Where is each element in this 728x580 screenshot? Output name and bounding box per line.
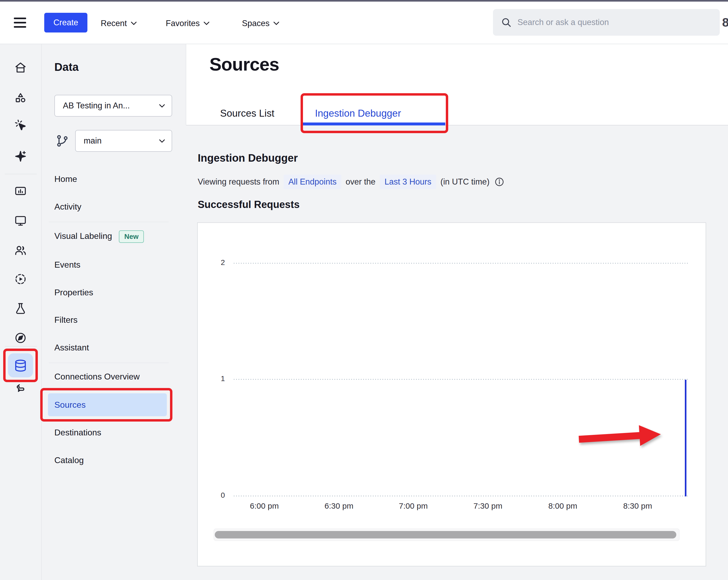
branch-selector-value: main	[84, 136, 102, 146]
y-tick-0: 0	[208, 491, 225, 500]
sidebar-item-visual-labeling[interactable]: Visual LabelingNew	[54, 225, 144, 247]
favorites-menu[interactable]: Favorites	[166, 18, 209, 29]
page-title: Sources	[209, 54, 279, 75]
chevron-down-icon	[204, 22, 209, 25]
create-button[interactable]: Create	[44, 13, 87, 32]
chart-horizontal-scrollbar	[214, 529, 679, 541]
clipped-edge-glyph: 8	[722, 14, 728, 32]
rail-divider	[5, 174, 37, 174]
successful-requests-chart: 2 1 0 6:00 pm 6:30 pm 7:00 pm 7:30 pm 8:…	[197, 222, 706, 567]
sidebar-item-destinations[interactable]: Destinations	[54, 422, 101, 443]
shapes-icon[interactable]	[15, 91, 27, 104]
time-range-chip[interactable]: Last 3 Hours	[380, 175, 436, 189]
x-tick-600pm: 6:00 pm	[242, 501, 287, 510]
project-selector[interactable]: AB Testing in An...	[54, 95, 172, 117]
sidebar-item-label: Sources	[54, 393, 85, 416]
chevron-down-icon	[131, 22, 137, 25]
journeys-icon[interactable]	[15, 383, 27, 395]
endpoint-filter-chip[interactable]: All Endpoints	[284, 175, 341, 189]
x-tick-630pm: 6:30 pm	[316, 501, 362, 510]
dashboard-icon[interactable]	[15, 185, 27, 197]
sidebar-item-filters[interactable]: Filters	[54, 309, 78, 330]
data-sidebar: Data AB Testing in An... main Home Activ…	[42, 44, 186, 580]
sidebar-item-events[interactable]: Events	[54, 254, 80, 275]
info-icon[interactable]	[494, 177, 504, 187]
new-badge: New	[119, 230, 144, 243]
annotation-arrow	[578, 423, 662, 450]
section-title: Ingestion Debugger	[198, 152, 298, 164]
sidebar-divider	[49, 363, 169, 363]
top-navigation-bar: Create Recent Favorites Spaces 8	[0, 0, 728, 44]
monitor-icon[interactable]	[15, 215, 27, 227]
tab-sources-list[interactable]: Sources List	[220, 106, 275, 121]
sidebar-title: Data	[54, 61, 79, 74]
branch-selector[interactable]: main	[75, 130, 172, 152]
hamburger-menu-icon[interactable]	[14, 17, 26, 28]
x-tick-730pm: 7:30 pm	[465, 501, 511, 510]
sidebar-item-properties[interactable]: Properties	[54, 282, 93, 303]
x-tick-800pm: 8:00 pm	[540, 501, 586, 510]
scrollbar-thumb[interactable]	[215, 531, 676, 538]
spaces-menu-label: Spaces	[242, 19, 269, 28]
active-tab-underline	[303, 122, 445, 126]
viewing-middle: over the	[346, 177, 375, 187]
recent-menu-label: Recent	[101, 19, 127, 28]
gridline-y2	[234, 263, 688, 264]
window-chrome-strip	[0, 0, 728, 2]
spaces-menu[interactable]: Spaces	[242, 18, 279, 29]
y-tick-2: 2	[208, 258, 225, 267]
tab-ingestion-debugger[interactable]: Ingestion Debugger	[315, 106, 401, 121]
recent-menu[interactable]: Recent	[101, 18, 137, 29]
sidebar-item-label: Visual Labeling	[54, 231, 112, 241]
app-window: Create Recent Favorites Spaces 8	[0, 0, 728, 580]
page-content-area: Ingestion Debugger Viewing requests from…	[186, 126, 728, 580]
chevron-down-icon	[159, 104, 165, 108]
sidebar-item-activity[interactable]: Activity	[54, 196, 81, 217]
gridline-y0	[234, 496, 688, 496]
x-tick-700pm: 7:00 pm	[391, 501, 436, 510]
y-tick-1: 1	[208, 375, 225, 383]
request-spike-line	[685, 380, 686, 496]
compass-icon[interactable]	[15, 332, 27, 344]
sidebar-item-catalog[interactable]: Catalog	[54, 449, 84, 471]
users-icon[interactable]	[15, 244, 27, 256]
git-branch-icon	[56, 134, 69, 147]
click-cursor-icon[interactable]	[15, 119, 27, 131]
viewing-suffix: (in UTC time)	[440, 177, 490, 187]
project-selector-value: AB Testing in An...	[63, 101, 130, 111]
gridline-y1	[234, 379, 688, 380]
play-circle-icon[interactable]	[15, 273, 27, 285]
flask-icon[interactable]	[15, 302, 27, 314]
search-icon	[501, 17, 512, 28]
x-tick-830pm: 8:30 pm	[615, 501, 660, 510]
sidebar-item-home[interactable]: Home	[54, 168, 77, 190]
sidebar-item-sources[interactable]: Sources	[48, 393, 167, 416]
sidebar-item-connections-overview[interactable]: Connections Overview	[54, 366, 140, 387]
chart-title: Successful Requests	[198, 199, 300, 211]
favorites-menu-label: Favorites	[166, 19, 200, 28]
sidebar-divider	[49, 222, 169, 222]
left-icon-rail	[0, 44, 42, 580]
global-search	[493, 9, 720, 36]
home-icon[interactable]	[15, 61, 27, 74]
page-header-area: Sources Sources List Ingestion Debugger	[186, 44, 728, 126]
sparkles-icon[interactable]	[15, 150, 27, 162]
rail-divider	[5, 346, 37, 347]
viewing-prefix: Viewing requests from	[198, 177, 279, 187]
database-icon[interactable]	[14, 359, 27, 372]
chevron-down-icon	[274, 22, 279, 25]
viewing-requests-line: Viewing requests from All Endpoints over…	[198, 174, 504, 190]
chevron-down-icon	[159, 139, 165, 143]
search-input[interactable]	[518, 9, 715, 36]
sidebar-item-assistant[interactable]: Assistant	[54, 337, 89, 358]
